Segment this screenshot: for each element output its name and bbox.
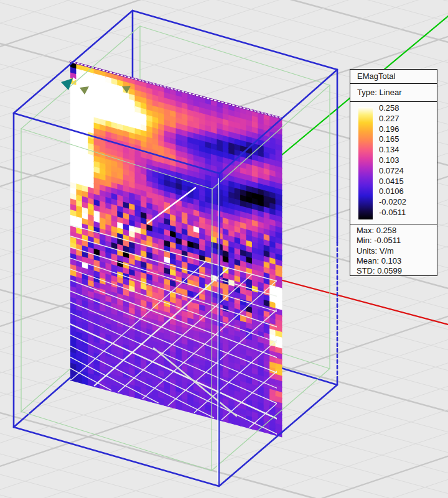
stat-line: Units: V/m [357,246,437,256]
stat-line: STD: 0.0599 [357,266,437,276]
legend-body: 0.2580.2270.1960.1650.1340.1030.07240.04… [350,102,437,275]
colorbar-tick: -0.0202 [379,197,434,208]
legend-title: EMagTotal [350,70,437,84]
colorbar-tick: 0.103 [379,155,434,166]
colorbar-gradient [358,107,373,219]
colorbar-ticks: 0.2580.2270.1960.1650.1340.1030.07240.04… [379,103,434,218]
stat-line: Min: -0.0511 [357,236,437,246]
legend-stats: Max: 0.258Min: -0.0511Units: V/mMean: 0.… [350,224,437,274]
legend-panel[interactable]: EMagTotal Type: Linear 0.2580.2270.1960.… [350,69,437,276]
simulation-viewport-window: EMagTotal Type: Linear 0.2580.2270.1960.… [0,0,448,498]
colorbar-tick: 0.196 [379,124,434,135]
legend-scale-type: Type: Linear [350,84,437,102]
colorbar-tick: 0.258 [379,103,434,114]
colorbar-tick: -0.0511 [379,208,434,218]
colorbar-tick: 0.165 [379,134,434,145]
colorbar-tick: 0.227 [379,114,434,124]
stat-line: Mean: 0.103 [357,256,437,266]
colorbar-tick: 0.0724 [379,166,434,177]
colorbar-tick: 0.0106 [379,187,434,197]
colorbar-tick: 0.0415 [379,177,434,187]
stat-line: Max: 0.258 [357,226,437,236]
colorbar-tick: 0.134 [379,145,434,155]
